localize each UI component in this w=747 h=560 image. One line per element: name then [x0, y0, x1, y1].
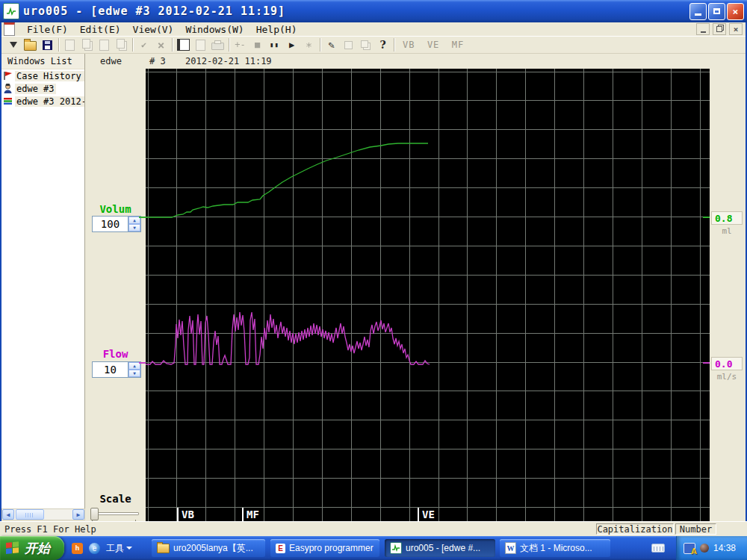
task-label: Easypro programmer — [289, 543, 374, 553]
sidebar-item-study[interactable]: edwe #3 2012-02 — [1, 95, 84, 108]
print-preview-button[interactable] — [192, 37, 209, 53]
menu-help[interactable]: Help(H) — [250, 22, 303, 36]
new-button[interactable] — [61, 37, 78, 53]
save-button[interactable] — [39, 37, 56, 53]
taskbar: 开始 h e 工具 uro2005lanya【英... E Easypro pr… — [0, 536, 747, 560]
sidebar-item-label: edwe #3 2012-02 — [15, 96, 84, 107]
spin-down-button[interactable]: ▼ — [128, 224, 140, 231]
maximize-button[interactable] — [708, 3, 725, 20]
status-bar: Press F1 For Help Capitalization Number — [0, 521, 747, 536]
clock[interactable]: 14:38 — [713, 543, 736, 553]
paste-button[interactable] — [96, 37, 113, 53]
flag-icon — [3, 71, 13, 81]
duplicate-button[interactable] — [113, 37, 130, 53]
mdi-restore-button[interactable] — [713, 23, 726, 35]
print-button[interactable] — [209, 37, 226, 53]
scroll-left-button[interactable]: ◀ — [2, 509, 14, 520]
taskbar-task-folder[interactable]: uro2005lanya【英... — [152, 539, 265, 557]
scale-slider-thumb[interactable] — [90, 508, 99, 520]
language-indicator-icon[interactable]: A — [684, 543, 695, 554]
flow-scale-spinner[interactable]: 10 ▲ ▼ — [92, 361, 141, 378]
auto-button[interactable]: ∗ — [300, 37, 317, 53]
chart-canvas: VBMFVE — [146, 69, 710, 521]
spin-down-button[interactable]: ▼ — [128, 370, 140, 377]
input-method-keyboard-icon[interactable] — [651, 544, 665, 553]
zero-adjust-button[interactable]: +- — [232, 37, 249, 53]
flow-scale-value[interactable]: 10 — [93, 362, 128, 377]
mdi-minimize-button[interactable] — [696, 23, 710, 35]
mdi-restore-icon — [716, 26, 722, 32]
browser-icon[interactable]: e — [89, 543, 100, 554]
taskbar-task-easypro[interactable]: E Easypro programmer — [270, 539, 379, 557]
volume-scale-value[interactable]: 100 — [93, 217, 128, 231]
sidebar-horizontal-scrollbar[interactable]: ◀ ▶ — [1, 508, 85, 520]
study-header: edwe # 3 2012-02-21 11:19 — [85, 54, 746, 69]
new-page-icon — [65, 40, 75, 51]
close-button[interactable]: × — [727, 3, 744, 20]
toolbar-separator — [320, 38, 320, 52]
report-button[interactable] — [175, 37, 192, 53]
report-icon — [3, 96, 13, 106]
tool-icon — [361, 40, 368, 48]
help-button[interactable]: ? — [374, 37, 391, 53]
taskbar-task-uro005[interactable]: uro005 - [edwe #... — [385, 539, 495, 557]
app-icon — [3, 3, 19, 19]
annotate-button[interactable]: ✎ — [323, 37, 340, 53]
delete-button[interactable]: × — [152, 37, 170, 53]
uro005-app-icon — [390, 542, 402, 554]
save-icon — [43, 40, 52, 50]
readout-panel: 0.8 ml 0.0 ml/s — [710, 69, 746, 521]
marker-tool-button[interactable] — [4, 37, 22, 53]
tools-menu[interactable]: 工具 — [106, 542, 132, 555]
flow-readout: 0.0 — [711, 357, 743, 370]
taskbar-task-word[interactable]: W 文档 1 - Microso... — [500, 539, 610, 557]
scrollbar-thumb[interactable] — [16, 509, 44, 520]
scroll-right-button[interactable]: ▶ — [72, 509, 84, 520]
stop-button[interactable]: ■ — [249, 37, 266, 53]
start-label: 开始 — [25, 540, 50, 557]
pause-button[interactable]: ▮▮ — [266, 37, 283, 53]
num-lock-panel: Number — [675, 523, 716, 535]
svg-text:MF: MF — [247, 508, 259, 520]
task-label: 文档 1 - Microso... — [520, 542, 592, 555]
scale-label: Scale — [85, 493, 146, 505]
windows-list-panel: Windows List Case History Da edwe #3 edw… — [1, 54, 85, 508]
volume-readout: 0.8 — [711, 211, 743, 225]
sidebar-item-label: Case History Da — [15, 71, 84, 81]
toolbar-separator — [229, 38, 229, 52]
toolbar: ✔ × +- ■ ▮▮ ▶ ∗ ✎ ? VB VE MF — [1, 36, 746, 54]
hao-icon[interactable]: h — [72, 543, 83, 554]
mdi-close-icon: × — [734, 25, 739, 34]
copy-button[interactable] — [78, 37, 96, 53]
sidebar-item-patient[interactable]: edwe #3 — [1, 82, 84, 95]
tool-button-1[interactable] — [340, 37, 357, 53]
mdi-close-button[interactable]: × — [729, 23, 743, 35]
volume-speaker-icon[interactable] — [700, 544, 709, 553]
windows-list-header: Windows List — [1, 54, 84, 69]
menu-view[interactable]: View(V) — [127, 22, 180, 36]
play-button[interactable]: ▶ — [283, 37, 300, 53]
easypro-icon: E — [276, 544, 285, 553]
edit-record-button[interactable]: ✔ — [135, 37, 152, 53]
volume-scale-spinner[interactable]: 100 ▲ ▼ — [92, 216, 141, 232]
svg-text:VB: VB — [182, 508, 194, 520]
duplicate-icon — [117, 39, 125, 49]
notebook-icon — [177, 39, 190, 51]
chevron-down-icon — [126, 547, 132, 550]
marker-group-labels[interactable]: VB VE MF — [397, 40, 464, 50]
tool-button-2[interactable] — [357, 37, 374, 53]
close-icon: × — [733, 7, 739, 16]
volume-unit: ml — [710, 226, 744, 236]
folder-icon — [157, 544, 170, 553]
volume-spin-buttons: ▲ ▼ — [128, 217, 140, 231]
trace-chart: VBMFVE — [146, 69, 710, 521]
minimize-button[interactable] — [689, 3, 707, 20]
start-button[interactable]: 开始 — [0, 536, 64, 560]
menu-windows[interactable]: Windows(W) — [179, 22, 249, 36]
menu-edit[interactable]: Edit(E) — [74, 22, 127, 36]
copy-icon — [82, 39, 90, 49]
menu-file[interactable]: File(F) — [21, 22, 74, 36]
open-button[interactable] — [22, 37, 39, 53]
sidebar-item-case-history[interactable]: Case History Da — [1, 69, 84, 82]
minimize-icon — [695, 13, 701, 16]
